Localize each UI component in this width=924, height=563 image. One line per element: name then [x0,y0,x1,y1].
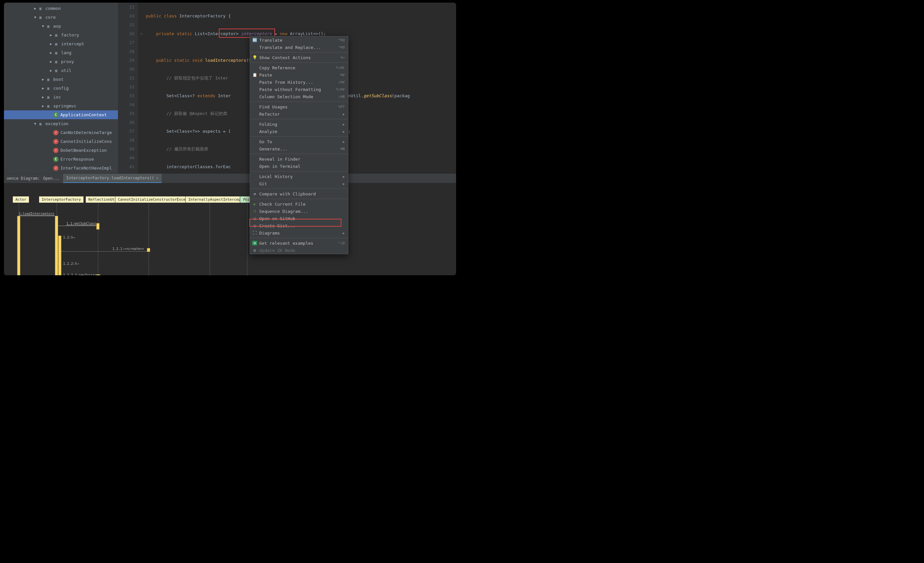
ctx-generate[interactable]: Generate...⌘N [250,145,348,153]
tree-item-exception[interactable]: ▼▣exception [4,119,118,128]
paste-icon: 📋 [252,73,257,77]
tree-item-interfacenothaveimpl[interactable]: ⚡InterfaceNotHaveImpl [4,163,118,172]
context-menu[interactable]: 🔤Translate⌃⌘U Translate and Replace...⌃⌘… [250,36,348,254]
translate-icon: 🔤 [252,38,257,42]
square-icon: ■ [252,248,257,253]
ctx-git[interactable]: Git▶ [250,180,348,187]
tree-item-common[interactable]: ▶▣common [4,4,118,13]
ctx-paste[interactable]: 📋Paste⌘V [250,71,348,78]
tree-item-dogetbeanexception[interactable]: ⚡DoGetBeanException [4,146,118,155]
folder-icon: ▣ [53,68,59,73]
msg-label: 1.2:λ→ [63,235,75,239]
ctx-translate-replace[interactable]: Translate and Replace...⌃⌘O [250,44,348,51]
folder-icon: ▣ [45,85,51,91]
editor-gutter: 23242526272829303132333435363738394041 [118,3,138,174]
diagram-icon: ⛶ [252,231,257,235]
exception-icon: ⚡ [53,148,58,153]
sequence-diagram-panel[interactable]: uence Diagram: Open... InterceptorFactor… [4,174,456,275]
class-icon: C [53,112,58,118]
tree-item-springmvc[interactable]: ▶▣springmvc [4,102,118,110]
ctx-folding[interactable]: Folding▶ [250,121,348,128]
ctx-analyze[interactable]: Analyze▶ [250,128,348,135]
chevron-right-icon: ▶ [41,86,45,90]
ctx-find-usages[interactable]: Find Usages⌥F7 [250,103,348,110]
exception-icon: ⚡ [53,130,58,135]
lifeline [148,203,149,275]
actor-box[interactable]: Actor [12,196,29,203]
tree-item-util[interactable]: ▶▣util [4,66,118,75]
tree-item-intercept[interactable]: ▶▣intercept [4,39,118,48]
tree-item-cannotdeterminetarge[interactable]: ⚡CanNotDetermineTarge [4,128,118,137]
activation [58,235,62,275]
tree-item-aop[interactable]: ▼▣aop [4,22,118,30]
tree-item-applicationcontext[interactable]: CApplicationContext [4,110,118,119]
play-icon: ▶ [252,202,257,206]
ctx-show-context-actions[interactable]: 💡Show Context Actions⌥⏎ [250,54,348,61]
chevron-right-icon: ▶ [49,42,53,46]
seq-tabs[interactable]: uence Diagram: Open... InterceptorFactor… [4,174,456,183]
seq-tab-active[interactable]: InterceptorFactory.loadInterceptors()× [63,174,162,183]
ctx-copy-reference[interactable]: Copy Reference⌥⇧⌘C [250,64,348,71]
tree-item-errorresponse[interactable]: CErrorResponse [4,155,118,163]
ctx-open-github[interactable]: ◯Open on GitHub [250,215,348,222]
github-icon: ◯ [252,216,257,221]
ctx-check-current-file[interactable]: ▶Check Current File [250,201,348,208]
lifeline [98,203,98,275]
examples-icon: ≡ [252,241,257,246]
folder-icon: ▣ [53,59,59,65]
msg-arrow [62,251,147,252]
ctx-sequence-diagram[interactable]: ⎍Sequence Diagram... [250,208,348,215]
exception-icon: ⚡ [53,166,58,171]
github-icon: ◯ [252,223,257,228]
ctx-paste-history[interactable]: Paste from History...⇧⌘V [250,78,348,86]
class-icon: C [53,157,58,162]
tree-item-lang[interactable]: ▶▣lang [4,48,118,57]
ctx-refactor[interactable]: Refactor▶ [250,110,348,118]
chevron-right-icon: ▶ [49,60,53,63]
close-icon[interactable]: × [156,176,158,180]
ctx-create-gist[interactable]: ◯Create Gist... [250,222,348,229]
msg-label: 1.2.1:<<create>> [112,247,144,251]
editor-markers: ⊟ [138,3,145,174]
folder-icon: ▣ [53,41,59,47]
ctx-goto[interactable]: Go To▶ [250,138,348,145]
ctx-compare-clipboard[interactable]: ⇄Compare with Clipboard [250,190,348,198]
tree-item-boot[interactable]: ▶▣boot [4,75,118,84]
exception-icon: ⚡ [53,139,58,144]
ctx-column-selection[interactable]: Column Selection Mode⇧⌘8 [250,93,348,100]
sequence-diagram-canvas[interactable]: Actor InterceptorFactory ReflectionUtil … [4,183,456,275]
tree-item-cannotinitializecons[interactable]: ⚡CannotInitializeCons [4,137,118,146]
seq-tab-open[interactable]: Open... [40,174,63,183]
bulb-icon: 💡 [252,55,257,60]
tree-item-proxy[interactable]: ▶▣proxy [4,57,118,66]
msg-label: 1.1:getSubClass [66,222,96,225]
tree-item-config[interactable]: ▶▣config [4,84,118,93]
msg-label: 1.2.2.1:newInstance [63,273,100,275]
ctx-translate[interactable]: 🔤Translate⌃⌘U [250,36,348,44]
folder-icon: ▣ [38,6,44,12]
ctx-paste-no-format[interactable]: Paste without Formatting⌥⇧⌘V [250,86,348,93]
folder-icon: ▣ [45,23,51,29]
activation [17,216,20,275]
chevron-right-icon: ▶ [49,69,53,72]
activation [96,223,100,230]
actor-interceptorfactory[interactable]: InterceptorFactory [39,196,84,203]
ctx-diagrams[interactable]: ⛶Diagrams▶ [250,229,348,237]
chevron-right-icon: ▶ [49,51,53,54]
msg-arrow [20,216,55,216]
chevron-right-icon: ▶ [41,78,45,81]
project-tree[interactable]: ▶▣common ▼▣core ▼▣aop ▶▣factory ▶▣interc… [4,3,118,174]
ctx-get-examples[interactable]: ≡Get relevant examples⌃⇧O [250,240,348,247]
folder-icon: ▣ [45,103,51,109]
ctx-local-history[interactable]: Local History▶ [250,173,348,180]
folder-icon: ▣ [45,76,51,82]
seq-icon: ⎍ [252,209,257,214]
tree-item-core[interactable]: ▼▣core [4,13,118,22]
chevron-right-icon: ▶ [41,104,45,108]
tree-item-factory[interactable]: ▶▣factory [4,30,118,39]
activation [147,248,150,252]
ctx-reveal-finder[interactable]: Reveal in Finder [250,155,348,163]
chevron-right-icon: ▶ [33,7,38,10]
tree-item-ioc[interactable]: ▶▣ioc [4,93,118,102]
ctx-open-terminal[interactable]: Open in Terminal [250,163,348,170]
